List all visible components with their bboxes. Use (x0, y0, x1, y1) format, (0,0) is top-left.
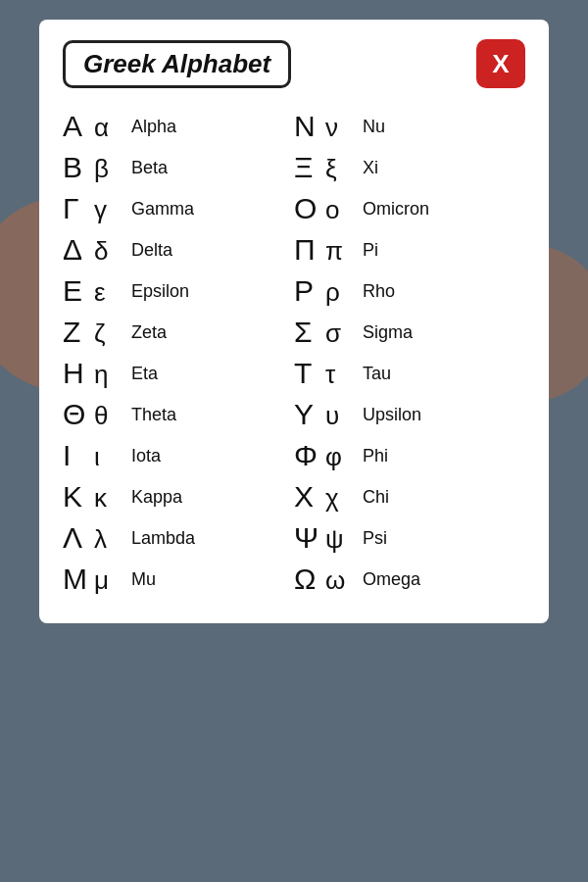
letter-upper: Θ (63, 398, 90, 431)
letter-symbols: Α α (63, 110, 131, 143)
letter-symbols: Θ θ (63, 398, 131, 431)
letter-name: Chi (363, 487, 441, 508)
letter-symbols: Φ φ (294, 439, 363, 472)
letter-row: Ι ι Iota (63, 435, 294, 476)
letter-upper: Δ (63, 233, 90, 267)
letter-row: Α α Alpha (63, 106, 294, 147)
letter-lower: β (94, 154, 118, 184)
letter-lower: ζ (94, 318, 118, 349)
letter-lower: ν (325, 113, 349, 143)
letter-lower: ψ (325, 524, 349, 555)
letter-upper: Φ (294, 439, 321, 472)
letter-name: Xi (363, 158, 441, 178)
letter-lower: λ (94, 524, 118, 555)
letter-upper: Ψ (294, 521, 321, 555)
letter-name: Delta (131, 240, 210, 261)
letter-upper: Α (63, 110, 90, 143)
letter-symbols: Χ χ (294, 480, 363, 514)
letter-name: Theta (131, 405, 210, 425)
letter-symbols: Ξ ξ (294, 151, 363, 184)
letter-name: Alpha (131, 117, 210, 137)
letter-row: Ζ ζ Zeta (63, 312, 294, 353)
letter-symbols: Κ κ (63, 480, 131, 514)
letter-row: Δ δ Delta (63, 229, 294, 270)
letter-row: Ο ο Omicron (294, 188, 525, 229)
letter-lower: ρ (325, 277, 349, 308)
letter-upper: Σ (294, 316, 321, 349)
letter-name: Psi (363, 528, 441, 549)
letter-name: Upsilon (363, 405, 441, 425)
letter-lower: σ (325, 318, 349, 349)
letter-name: Beta (131, 158, 210, 178)
close-button[interactable]: X (476, 39, 525, 88)
letter-lower: ξ (325, 154, 349, 184)
letter-symbols: Ν ν (294, 110, 363, 143)
letter-name: Rho (363, 281, 441, 302)
letter-name: Omega (363, 569, 441, 590)
letter-upper: Υ (294, 398, 321, 431)
letter-upper: Ρ (294, 274, 321, 308)
letter-symbols: Ε ε (63, 274, 131, 308)
letter-symbols: Ι ι (63, 439, 131, 472)
letter-symbols: Η η (63, 357, 131, 390)
letter-upper: Μ (63, 563, 90, 596)
letter-symbols: Ω ω (294, 563, 363, 596)
letter-row: Κ κ Kappa (63, 476, 294, 517)
letter-lower: κ (94, 483, 118, 514)
letter-name: Sigma (363, 322, 441, 343)
letter-lower: ε (94, 277, 118, 308)
letter-upper: Τ (294, 357, 321, 390)
letter-lower: π (325, 236, 349, 267)
letter-symbols: Ζ ζ (63, 316, 131, 349)
letter-upper: Ζ (63, 316, 90, 349)
letter-name: Tau (363, 364, 441, 384)
letter-symbols: Μ μ (63, 563, 131, 596)
letter-lower: ω (325, 565, 349, 596)
letter-row: Σ σ Sigma (294, 312, 525, 353)
dialog-header: Greek Alphabet X (63, 39, 525, 88)
letter-row: Ε ε Epsilon (63, 270, 294, 312)
letter-upper: Λ (63, 521, 90, 555)
letter-lower: υ (325, 401, 349, 431)
letter-lower: τ (325, 360, 349, 390)
letter-upper: Χ (294, 480, 321, 514)
title-box: Greek Alphabet (63, 40, 291, 88)
letter-symbols: Λ λ (63, 521, 131, 555)
letter-row: Τ τ Tau (294, 353, 525, 394)
letter-name: Iota (131, 446, 210, 466)
letter-lower: ο (325, 195, 349, 225)
dialog-title: Greek Alphabet (83, 49, 270, 78)
letter-row: Μ μ Mu (63, 559, 294, 600)
letter-symbols: Π π (294, 233, 363, 267)
letter-name: Nu (363, 117, 441, 137)
letter-name: Lambda (131, 528, 210, 549)
letter-row: Θ θ Theta (63, 394, 294, 435)
letter-upper: Κ (63, 480, 90, 514)
letter-lower: ι (94, 442, 118, 472)
letter-row: Ω ω Omega (294, 559, 525, 600)
letter-row: Η η Eta (63, 353, 294, 394)
letter-row: Υ υ Upsilon (294, 394, 525, 435)
letter-symbols: Γ γ (63, 192, 131, 225)
alphabet-table: Α α Alpha Ν ν Nu Β β Beta Ξ ξ Xi (63, 106, 525, 600)
letter-name: Zeta (131, 322, 210, 343)
letter-name: Eta (131, 364, 210, 384)
letter-upper: Ι (63, 439, 90, 472)
letter-name: Gamma (131, 199, 210, 220)
letter-row: Χ χ Chi (294, 476, 525, 517)
letter-lower: γ (94, 195, 118, 225)
letter-row: Λ λ Lambda (63, 517, 294, 559)
letter-symbols: Δ δ (63, 233, 131, 267)
letter-upper: Η (63, 357, 90, 390)
letter-upper: Ξ (294, 151, 321, 184)
letter-lower: χ (325, 483, 349, 514)
dialog: Greek Alphabet X Α α Alpha Ν ν Nu Β β Be… (39, 20, 549, 623)
letter-upper: Ν (294, 110, 321, 143)
letter-symbols: Β β (63, 151, 131, 184)
letter-row: Β β Beta (63, 147, 294, 188)
letter-row: Ν ν Nu (294, 106, 525, 147)
letter-symbols: Υ υ (294, 398, 363, 431)
letter-lower: η (94, 360, 118, 390)
letter-row: Π π Pi (294, 229, 525, 270)
letter-symbols: Τ τ (294, 357, 363, 390)
